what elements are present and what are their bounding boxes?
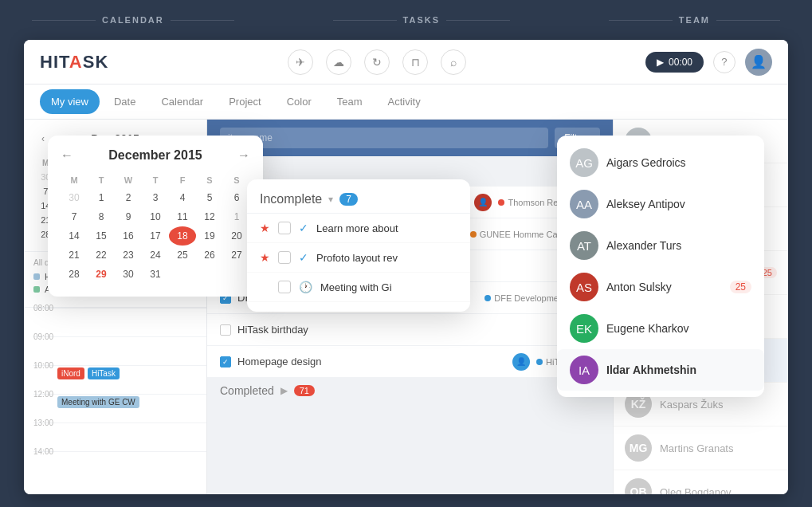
tasks-ov-dropdown[interactable]: ▾ (328, 194, 333, 205)
time-events: iNord HiTask (57, 366, 206, 381)
cal-ov-day[interactable] (223, 265, 250, 284)
cal-ov-day[interactable]: 8 (88, 207, 115, 226)
task-checkbox-checked[interactable]: ✓ (220, 356, 231, 367)
cal-ov-day[interactable]: 11 (169, 207, 196, 226)
cal-ov-day[interactable]: 14 (61, 226, 88, 246)
help-button[interactable]: ? (713, 51, 736, 73)
cal-ov-day[interactable]: 12 (196, 207, 223, 226)
cal-ov-day[interactable]: 6 (223, 188, 250, 207)
bucket-icon[interactable]: ⊓ (402, 49, 428, 75)
time-label: 14:00 (33, 447, 57, 456)
send-icon[interactable]: ✈ (288, 49, 313, 75)
star-icon: ★ (260, 251, 270, 264)
header-right: ▶ 00:00 ? 👤 (645, 49, 772, 76)
calendar-overlay-next[interactable]: → (237, 148, 250, 163)
tasks-ov-item-3[interactable]: ★ 🕐 Meeting with Gi (247, 273, 470, 302)
cal-ov-day[interactable]: 10 (142, 207, 169, 226)
team-ov-item-aigars[interactable]: AG Aigars Gedroics (557, 142, 764, 183)
header-icons: ✈ ☁ ↻ ⊓ ⌕ (288, 49, 466, 75)
team-ov-item-alexander[interactable]: AT Alexander Turs (557, 225, 764, 266)
cal-ov-day[interactable]: 30 (115, 265, 142, 284)
cal-ov-day[interactable]: 3 (142, 188, 169, 207)
calendar-overlay-header: ← December 2015 → (61, 148, 250, 163)
cal-ov-day[interactable]: 2 (115, 188, 142, 207)
tab-date[interactable]: Date (103, 89, 147, 114)
cal-ov-day[interactable]: 20 (223, 226, 250, 246)
cal-ov-day[interactable]: 26 (196, 246, 223, 265)
cal-ov-day[interactable]: 1 (88, 188, 115, 207)
expand-icon[interactable]: ▶ (280, 385, 288, 396)
team-ov-item-ildar[interactable]: IA Ildar Akhmetshin (557, 349, 764, 391)
tab-activity[interactable]: Activity (377, 89, 432, 114)
task-item-5[interactable]: HiTask birthday (207, 314, 613, 346)
cal-ov-day[interactable] (169, 265, 196, 284)
task-item-6[interactable]: ✓ Homepage design 👤 HiTask 5 Jan (207, 346, 613, 378)
team-ov-item-aleksey[interactable]: AA Aleksey Antipov (557, 183, 764, 225)
cal-ov-day[interactable]: 15 (88, 226, 115, 246)
team-name: Martins Granats (660, 442, 733, 454)
team-ov-item-anton[interactable]: AS Anton Sulsky 25 (557, 266, 764, 308)
team-member-8[interactable]: MG Martins Granats (614, 426, 788, 470)
cal-ov-day[interactable]: 25 (169, 246, 196, 265)
cal-ov-day[interactable]: 28 (61, 265, 88, 284)
cal-ov-day[interactable]: 27 (223, 246, 250, 265)
cal-ov-day[interactable]: 31 (142, 265, 169, 284)
calendar-overlay-prev[interactable]: ← (61, 148, 73, 163)
cal-ov-day[interactable]: 30 (61, 188, 88, 207)
ov-task-name: Learn more about (316, 222, 398, 234)
completed-label[interactable]: Completed (220, 384, 274, 397)
timer-button[interactable]: ▶ 00:00 (645, 52, 704, 73)
team-ov-item-eugene[interactable]: EK Eugene Kharkov (557, 308, 764, 349)
check-icon: ✓ (299, 251, 308, 264)
header-line-right3 (716, 20, 780, 21)
cal-ov-day[interactable]: 16 (115, 226, 142, 246)
cal-ov-day[interactable]: 5 (196, 188, 223, 207)
cal-ov-day[interactable]: 9 (115, 207, 142, 226)
logo-accent: A (69, 52, 83, 72)
cal-ov-day[interactable]: 22 (88, 246, 115, 265)
time-event[interactable]: Meeting with GE CW (57, 396, 139, 408)
tasks-ov-item-2[interactable]: ★ ✓ Profoto layout rev (247, 243, 470, 273)
cal-ov-day[interactable]: 1 (223, 207, 250, 226)
cal-ov-day[interactable] (196, 265, 223, 284)
ov-checkbox[interactable] (278, 251, 291, 264)
tab-color[interactable]: Color (276, 89, 323, 114)
cal-ov-day[interactable]: 23 (115, 246, 142, 265)
task-checkbox[interactable] (220, 324, 231, 336)
time-event[interactable]: iNord (57, 367, 84, 379)
time-event[interactable]: HiTask (88, 367, 120, 379)
calendar-timeline: 08:00 09:00 10:00 iNord HiTask 12:00 (24, 307, 206, 480)
completed-section: Completed ▶ 71 (207, 378, 613, 403)
team-ov-name: Aleksey Antipov (606, 198, 685, 210)
tab-my-view[interactable]: My view (40, 89, 100, 114)
header-line-left2 (333, 20, 397, 21)
tab-team[interactable]: Team (326, 89, 374, 114)
team-overlay: AG Aigars Gedroics AA Aleksey Antipov AT… (557, 136, 764, 397)
cal-ov-day-today[interactable]: 18 (169, 226, 196, 246)
project-dot (536, 359, 543, 365)
cal-ov-day[interactable]: 17 (142, 226, 169, 246)
cal-ov-day[interactable]: 4 (169, 188, 196, 207)
tab-calendar[interactable]: Calendar (150, 89, 214, 114)
cal-ov-day[interactable]: 24 (142, 246, 169, 265)
ov-checkbox[interactable] (278, 222, 291, 234)
search-icon[interactable]: ⌕ (441, 49, 466, 75)
cal-ov-day[interactable]: 7 (61, 207, 88, 226)
tasks-ov-item-1[interactable]: ★ ✓ Learn more about (247, 214, 470, 243)
time-row-9: 09:00 (33, 336, 206, 365)
cal-ov-day[interactable]: 21 (61, 246, 88, 265)
tasks-search-input[interactable] (220, 128, 548, 148)
ov-checkbox[interactable] (278, 281, 291, 293)
main-container: HITASK ✈ ☁ ↻ ⊓ ⌕ ▶ 00:00 ? 👤 My view Dat… (24, 40, 788, 494)
cal-ov-day[interactable]: 19 (196, 226, 223, 246)
refresh-icon[interactable]: ↻ (364, 49, 390, 75)
user-avatar[interactable]: 👤 (745, 49, 772, 76)
tab-project[interactable]: Project (218, 89, 272, 114)
team-member-9[interactable]: OB Oleg Bogdanov (614, 470, 788, 494)
project-name: GUNEE Homme Ca... (480, 230, 565, 239)
time-row-10: 10:00 iNord HiTask (33, 365, 206, 394)
team-name: Kaspars Žuks (660, 399, 723, 411)
cal-ov-day[interactable]: 29 (88, 265, 115, 284)
time-row-12: 12:00 Meeting with GE CW (33, 394, 206, 422)
cloud-icon[interactable]: ☁ (326, 49, 351, 75)
